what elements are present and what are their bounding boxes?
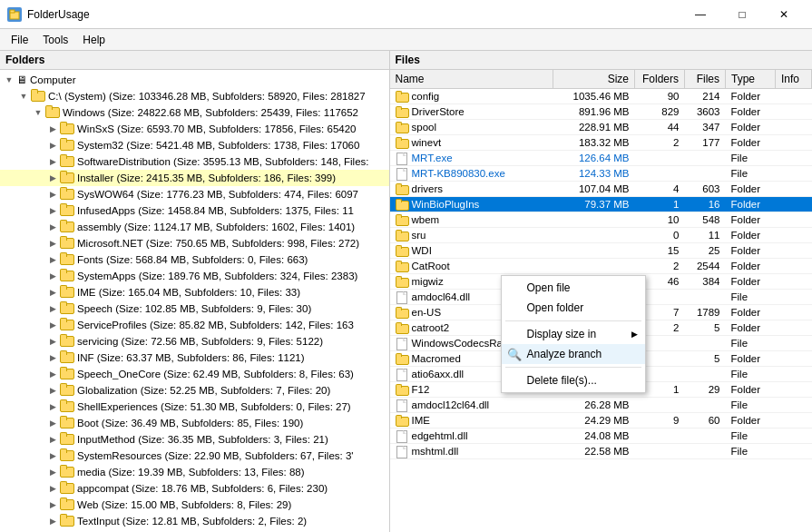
tree-node[interactable]: ▶Speech_OneCore (Size: 62.49 MB, Subfold…	[0, 366, 389, 382]
tree-node[interactable]: ▼🖥Computer	[0, 72, 389, 88]
col-type[interactable]: Type	[726, 70, 776, 89]
tree-node[interactable]: ▶media (Size: 19.39 MB, Subfolders: 13, …	[0, 464, 389, 480]
tree-expander-icon[interactable]: ▶	[45, 269, 60, 283]
tree-node[interactable]: ▶SysWOW64 (Size: 1776.23 MB, Subfolders:…	[0, 186, 389, 202]
folder-tree[interactable]: ▼🖥Computer▼C:\ (System) (Size: 103346.28…	[0, 70, 389, 532]
tree-expander-icon[interactable]: ▶	[45, 122, 60, 136]
tree-node[interactable]: ▶ShellExperiences (Size: 51.30 MB, Subfo…	[0, 399, 389, 415]
tree-expander-icon[interactable]: ▶	[45, 301, 60, 316]
table-row[interactable]: DriverStore891.96 MB8293603Folder	[390, 104, 812, 120]
tree-node[interactable]: ▶InputMethod (Size: 36.35 MB, Subfolders…	[0, 431, 389, 448]
maximize-button[interactable]: □	[721, 0, 763, 29]
tree-expander-icon[interactable]: ▶	[45, 154, 60, 169]
tree-expander-icon[interactable]: ▼	[2, 73, 16, 87]
close-button[interactable]: ✕	[763, 0, 805, 29]
table-row[interactable]: spool228.91 MB44347Folder	[390, 120, 812, 135]
menu-file[interactable]: File	[4, 30, 35, 50]
tree-node[interactable]: ▶InfusedApps (Size: 1458.84 MB, Subfolde…	[0, 202, 389, 219]
tree-expander-icon[interactable]: ▶	[45, 285, 60, 300]
tree-expander-icon[interactable]: ▶	[45, 498, 60, 512]
table-row[interactable]: mshtml.dll22.58 MBFile	[390, 444, 812, 459]
tree-expander-icon[interactable]: ▶	[45, 252, 60, 267]
tree-expander-icon[interactable]: ▼	[16, 89, 31, 103]
table-row[interactable]: WinBioPlugIns79.37 MB116Folder	[390, 197, 812, 212]
table-row[interactable]: MRT-KB890830.exe124.33 MBFile	[390, 166, 812, 182]
col-name[interactable]: Name	[390, 70, 553, 89]
context-menu-item[interactable]: Open file	[502, 278, 645, 298]
tree-node[interactable]: ▶SoftwareDistribution (Size: 3595.13 MB,…	[0, 153, 389, 170]
tree-expander-icon[interactable]: ▶	[45, 383, 60, 398]
tree-node[interactable]: ▶System32 (Size: 5421.48 MB, Subfolders:…	[0, 137, 389, 153]
tree-node[interactable]: ▶ServiceProfiles (Size: 85.82 MB, Subfol…	[0, 317, 389, 333]
col-files[interactable]: Files	[685, 70, 726, 89]
tree-expander-icon[interactable]: ▶	[45, 203, 60, 218]
tree-node[interactable]: ▶TextInput (Size: 12.81 MB, Subfolders: …	[0, 513, 389, 529]
tree-node[interactable]: ▶WinSxS (Size: 6593.70 MB, Subfolders: 1…	[0, 121, 389, 137]
tree-expander-icon[interactable]: ▶	[45, 367, 60, 381]
tree-expander-icon[interactable]: ▶	[45, 187, 60, 202]
table-row[interactable]: sru011Folder	[390, 228, 812, 243]
table-row[interactable]: wbem10548Folder	[390, 212, 812, 228]
tree-node-label: TextInput (Size: 12.81 MB, Subfolders: 2…	[77, 514, 307, 528]
tree-node-label: Boot (Size: 36.49 MB, Subfolders: 85, Fi…	[77, 416, 303, 430]
tree-expander-icon[interactable]: ▶	[45, 350, 60, 365]
tree-node-label: assembly (Size: 1124.17 MB, Subfolders: …	[77, 220, 355, 234]
tree-node[interactable]: ▶Globalization (Size: 52.25 MB, Subfolde…	[0, 382, 389, 399]
tree-expander-icon[interactable]: ▶	[45, 399, 60, 414]
tree-node[interactable]: ▶IME (Size: 165.04 MB, Subfolders: 10, F…	[0, 284, 389, 300]
folder-icon	[396, 307, 408, 318]
tree-expander-icon[interactable]: ▼	[31, 105, 45, 120]
context-menu-item[interactable]: Open folder	[502, 298, 645, 318]
menu-tools[interactable]: Tools	[35, 30, 75, 50]
table-row[interactable]: MRT.exe126.64 MBFile	[390, 151, 812, 166]
tree-node[interactable]: ▶Web (Size: 15.00 MB, Subfolders: 8, Fil…	[0, 497, 389, 513]
tree-expander-icon[interactable]: ▶	[45, 514, 60, 528]
tree-expander-icon[interactable]: ▶	[45, 465, 60, 479]
tree-node[interactable]: ▶servicing (Size: 72.56 MB, Subfolders: …	[0, 333, 389, 350]
tree-expander-icon[interactable]: ▶	[45, 318, 60, 332]
file-icon	[396, 338, 408, 349]
tree-expander-icon[interactable]: ▶	[45, 334, 60, 349]
tree-expander-icon[interactable]: ▶	[45, 220, 60, 234]
tree-node[interactable]: ▶assembly (Size: 1124.17 MB, Subfolders:…	[0, 219, 389, 235]
tree-node[interactable]: ▶Installer (Size: 2415.35 MB, Subfolders…	[0, 170, 389, 186]
tree-expander-icon[interactable]: ▶	[45, 416, 60, 430]
table-row[interactable]: WDI1525Folder	[390, 243, 812, 259]
tree-node[interactable]: ▶appcompat (Size: 18.76 MB, Subfolders: …	[0, 480, 389, 497]
table-row[interactable]: edgehtml.dll24.08 MBFile	[390, 429, 812, 444]
context-menu-item[interactable]: Display size in▶	[502, 324, 645, 344]
tree-expander-icon[interactable]: ▶	[45, 171, 60, 185]
tree-node[interactable]: ▶Fonts (Size: 568.84 MB, Subfolders: 0, …	[0, 251, 389, 268]
menu-help[interactable]: Help	[75, 30, 113, 50]
table-row[interactable]: CatRoot22544Folder	[390, 259, 812, 274]
minimize-button[interactable]: —	[680, 0, 721, 29]
col-info[interactable]: Info	[776, 70, 812, 89]
col-size[interactable]: Size	[553, 70, 635, 89]
tree-node[interactable]: ▼C:\ (System) (Size: 103346.28 MB, Subfo…	[0, 88, 389, 104]
tree-node[interactable]: ▶SystemApps (Size: 189.76 MB, Subfolders…	[0, 268, 389, 284]
table-row[interactable]: amdocl12cl64.dll26.28 MBFile	[390, 398, 812, 413]
folder-icon	[60, 399, 74, 412]
tree-node[interactable]: ▶Boot (Size: 36.49 MB, Subfolders: 85, F…	[0, 415, 389, 431]
tree-node[interactable]: ▶Microsoft.NET (Size: 750.65 MB, Subfold…	[0, 235, 389, 251]
cell-type: Folder	[726, 120, 776, 135]
tree-expander-icon[interactable]: ▶	[45, 138, 60, 153]
table-row[interactable]: winevt183.32 MB2177Folder	[390, 135, 812, 151]
table-row[interactable]: IME24.29 MB960Folder	[390, 413, 812, 429]
cell-info	[776, 228, 812, 243]
tree-node[interactable]: ▶Speech (Size: 102.85 MB, Subfolders: 9,…	[0, 300, 389, 317]
context-menu-item[interactable]: Delete file(s)...	[502, 370, 645, 390]
tree-node[interactable]: ▶SystemResources (Size: 22.90 MB, Subfol…	[0, 448, 389, 464]
col-folders[interactable]: Folders	[635, 70, 685, 89]
table-row[interactable]: config1035.46 MB90214Folder	[390, 89, 812, 104]
tree-expander-icon[interactable]: ▶	[45, 481, 60, 496]
tree-expander-icon[interactable]: ▶	[45, 448, 60, 463]
tree-expander-icon[interactable]: ▶	[45, 432, 60, 447]
folder-icon	[396, 106, 408, 117]
tree-expander-icon[interactable]: ▶	[45, 236, 60, 251]
tree-node[interactable]: ▼Windows (Size: 24822.68 MB, Subfolders:…	[0, 104, 389, 121]
table-row[interactable]: drivers107.04 MB4603Folder	[390, 182, 812, 197]
tree-node[interactable]: ▶INF (Size: 63.37 MB, Subfolders: 86, Fi…	[0, 350, 389, 366]
cell-size	[553, 228, 635, 243]
context-menu-item[interactable]: 🔍Analyze branch	[502, 344, 645, 364]
